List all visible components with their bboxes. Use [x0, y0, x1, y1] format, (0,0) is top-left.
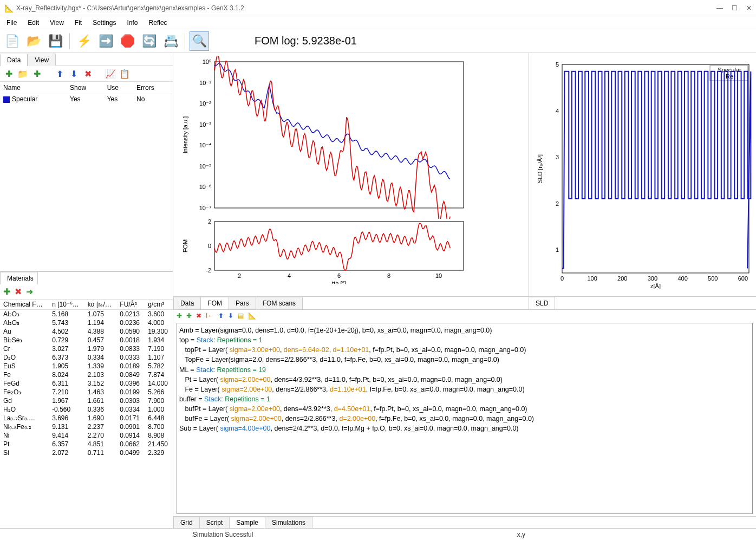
menu-reflec[interactable]: Reflec: [145, 18, 172, 28]
data-table: NameShowUseErrors SpecularYesYesNo: [0, 82, 173, 271]
tab-script[interactable]: Script: [199, 517, 230, 528]
col-header[interactable]: Show: [67, 82, 104, 94]
cursor-coords: x,y: [517, 531, 525, 538]
col-header[interactable]: Use: [104, 82, 133, 94]
table-row[interactable]: FeGd6.3113.1520.039614.000: [0, 379, 173, 388]
materials-table[interactable]: Chemical F…n [10⁻⁶…kα [rₑ/…FU/Å³g/cm³ Al…: [0, 299, 173, 528]
table-settings-button[interactable]: 📋: [119, 68, 130, 79]
add-stack-button[interactable]: ✚: [186, 312, 192, 320]
layer-up-button[interactable]: ⬆: [218, 312, 224, 320]
reload-button[interactable]: 🔄: [139, 31, 159, 51]
main-toolbar: 📄 📂 💾 ⚡ ➡️ 🛑 🔄 📇 🔍 FOM log: 5.9238e-01: [0, 29, 756, 53]
table-row[interactable]: Gd1.9671.6610.03037.900: [0, 396, 173, 405]
table-row[interactable]: Al₂O₃5.7431.1940.02364.000: [0, 318, 173, 327]
layer-down-button[interactable]: ⬇: [228, 312, 233, 320]
menu-file[interactable]: File: [2, 18, 21, 28]
table-row[interactable]: Al₂O₃5.1681.0750.02133.600: [0, 310, 173, 319]
sld-plot[interactable]: 123450100200300400500600z[Å]SLD [rₑ/Å³]S…: [529, 53, 756, 296]
tab-sld[interactable]: SLD: [529, 297, 555, 309]
tab-simulations[interactable]: Simulations: [265, 517, 312, 528]
tab-materials[interactable]: Materials: [0, 272, 38, 284]
table-row[interactable]: H₂O-0.5600.3360.03341.000: [0, 405, 173, 414]
table-row[interactable]: La₀.₇Sr₀.…3.6961.6900.01716.448: [0, 414, 173, 422]
tab-data[interactable]: Data: [173, 297, 201, 309]
tab-view[interactable]: View: [28, 54, 56, 66]
tab-fom-scans[interactable]: FOM scans: [256, 297, 303, 309]
svg-text:300: 300: [648, 275, 657, 282]
reflectivity-plot[interactable]: 10⁰10⁻¹10⁻²10⁻³10⁻⁴10⁻⁵10⁻⁶10⁻⁷Intensity…: [173, 53, 529, 296]
table-row[interactable]: Au4.5024.3880.059019.300: [0, 327, 173, 336]
minimize-button[interactable]: —: [716, 4, 723, 12]
plot-settings-button[interactable]: 📈: [105, 68, 116, 79]
tab-data[interactable]: Data: [0, 54, 28, 66]
svg-rect-0: [214, 62, 464, 208]
svg-text:2: 2: [238, 272, 241, 279]
table-row[interactable]: Ni₀.₈Fe₀.₂9.1312.2370.09018.700: [0, 422, 173, 431]
table-row[interactable]: Pt6.3574.8510.066221.450: [0, 440, 173, 448]
run-fit-button[interactable]: ➡️: [96, 31, 115, 51]
apply-material-button[interactable]: ➜: [26, 287, 33, 297]
delete-layer-button[interactable]: ✖: [196, 312, 201, 320]
table-row[interactable]: Bi₂Se₃0.7290.4570.00181.934: [0, 336, 173, 344]
table-row[interactable]: EuS1.9051.3390.01895.782: [0, 362, 173, 370]
rename-button[interactable]: I←: [206, 312, 214, 320]
col-header[interactable]: Errors: [133, 82, 173, 94]
delete-material-button[interactable]: ✖: [15, 287, 22, 297]
footer-tabs: GridScriptSampleSimulations: [173, 516, 756, 528]
svg-text:200: 200: [617, 275, 627, 282]
col-header[interactable]: Chemical F…: [0, 300, 49, 310]
tab-fom[interactable]: FOM: [200, 297, 229, 309]
col-header[interactable]: FU/Å³: [116, 300, 145, 310]
statusbar: Simulation Sucessful x,y: [0, 528, 756, 540]
table-row[interactable]: Fe8.0242.1030.08497.874: [0, 370, 173, 379]
svg-text:tth [°]: tth [°]: [332, 280, 346, 284]
table-row[interactable]: Ni9.4142.2700.09148.908: [0, 431, 173, 440]
simulate-button[interactable]: ⚡: [74, 31, 94, 51]
delete-dataset-button[interactable]: ✖: [82, 68, 93, 79]
svg-text:SLD [rₑ/Å³]: SLD [rₑ/Å³]: [537, 154, 543, 183]
menu-settings[interactable]: Settings: [88, 18, 120, 28]
calculate-button[interactable]: 📇: [161, 31, 180, 51]
stop-button[interactable]: 🛑: [118, 31, 137, 51]
svg-text:10⁻⁴: 10⁻⁴: [199, 142, 212, 148]
table-row[interactable]: Si2.0720.7110.04992.329: [0, 448, 173, 457]
tab-sample[interactable]: Sample: [229, 517, 265, 528]
col-header[interactable]: kα [rₑ/…: [84, 300, 117, 310]
tab-grid[interactable]: Grid: [173, 517, 200, 528]
close-button[interactable]: ✕: [746, 4, 752, 12]
col-header[interactable]: n [10⁻⁶…: [49, 300, 84, 310]
svg-text:10⁻⁶: 10⁻⁶: [199, 184, 212, 190]
col-header[interactable]: Name: [0, 82, 67, 94]
add-layer-button[interactable]: ✚: [177, 312, 182, 320]
svg-text:8: 8: [387, 272, 390, 279]
table-row[interactable]: D₂O6.3730.3340.03331.107: [0, 353, 173, 362]
menu-edit[interactable]: Edit: [23, 18, 43, 28]
move-down-button[interactable]: ⬇: [68, 68, 79, 79]
zoom-button[interactable]: 🔍: [190, 31, 209, 51]
tab-pars[interactable]: Pars: [229, 297, 256, 309]
instrument-button[interactable]: 📐: [248, 312, 256, 320]
table-row[interactable]: Cr3.0271.9790.08337.190: [0, 344, 173, 353]
svg-text:10⁻²: 10⁻²: [199, 100, 211, 107]
col-header[interactable]: g/cm³: [145, 300, 173, 310]
svg-text:100: 100: [587, 275, 597, 282]
sample-code-view[interactable]: Amb = Layer(sigma=0.0, dens=1.0, d=0.0, …: [177, 323, 753, 514]
new-file-button[interactable]: 📄: [2, 31, 22, 51]
table-row[interactable]: Fe₂O₃7.2101.4630.01995.266: [0, 388, 173, 396]
maximize-button[interactable]: ☐: [732, 4, 738, 12]
menu-info[interactable]: Info: [123, 18, 142, 28]
move-up-button[interactable]: ⬆: [54, 68, 65, 79]
add-dataset-button[interactable]: ✚: [3, 68, 14, 79]
sample-params-button[interactable]: ▤: [238, 312, 244, 320]
menu-view[interactable]: View: [45, 18, 68, 28]
duplicate-dataset-button[interactable]: ✚: [31, 68, 42, 79]
save-file-button[interactable]: 💾: [45, 31, 65, 51]
open-dataset-button[interactable]: 📁: [17, 68, 28, 79]
open-file-button[interactable]: 📂: [24, 31, 43, 51]
svg-text:5: 5: [556, 61, 559, 68]
menubar: FileEditViewFitSettingsInfoReflec: [0, 16, 756, 29]
table-row[interactable]: SpecularYesYesNo: [0, 94, 173, 105]
add-material-button[interactable]: ✚: [3, 287, 10, 297]
svg-text:4: 4: [288, 272, 291, 279]
menu-fit[interactable]: Fit: [70, 18, 86, 28]
